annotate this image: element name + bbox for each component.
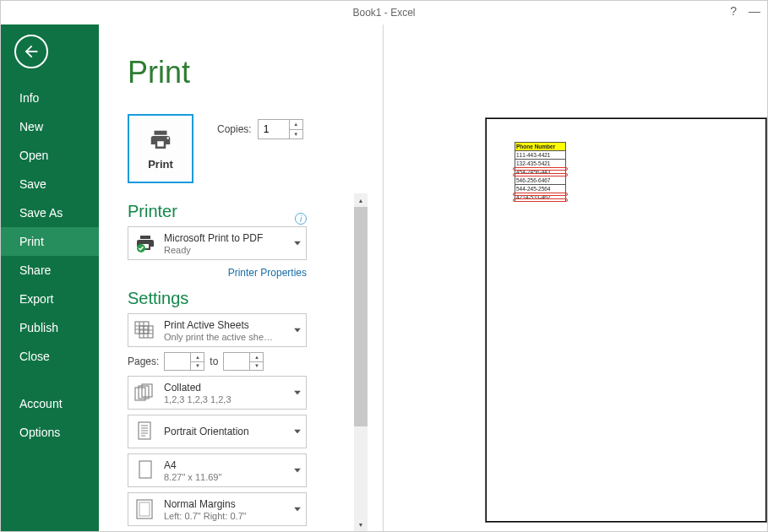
pages-label: Pages: bbox=[128, 356, 159, 367]
collate-primary: Collated bbox=[164, 382, 231, 394]
printer-select[interactable]: Microsoft Print to PDF Ready bbox=[128, 226, 307, 260]
pages-to-label: to bbox=[210, 356, 218, 367]
backstage-sidebar: InfoNewOpenSaveSave AsPrintShareExportPu… bbox=[1, 24, 99, 531]
page-title: Print bbox=[128, 55, 317, 90]
print-button[interactable]: Print bbox=[128, 114, 193, 183]
printer-properties-link[interactable]: Printer Properties bbox=[128, 267, 307, 279]
minimize-icon[interactable]: — bbox=[749, 4, 760, 18]
sidebar-item-new[interactable]: New bbox=[1, 112, 99, 141]
collate-icon bbox=[133, 381, 157, 404]
preview-cell: 454-2456-443 bbox=[515, 168, 566, 176]
paper-select[interactable]: A4 8.27" x 11.69" bbox=[128, 453, 307, 487]
sidebar-item-share[interactable]: Share bbox=[1, 256, 99, 285]
sidebar-item-info[interactable]: Info bbox=[1, 84, 99, 112]
portrait-icon bbox=[133, 420, 157, 443]
print-button-label: Print bbox=[148, 158, 173, 171]
pages-to-input[interactable]: ▲▼ bbox=[223, 352, 264, 371]
copies-up[interactable]: ▲ bbox=[290, 120, 302, 130]
scroll-thumb[interactable] bbox=[354, 207, 368, 426]
printer-heading: Printer bbox=[128, 202, 177, 221]
chevron-down-icon bbox=[294, 328, 301, 333]
help-icon[interactable]: ? bbox=[730, 4, 737, 18]
collate-select[interactable]: Collated 1,2,3 1,2,3 1,2,3 bbox=[128, 376, 307, 410]
preview-cell: 132-435-5421 bbox=[515, 160, 566, 168]
scope-primary: Print Active Sheets bbox=[164, 319, 273, 331]
copies-value: 1 bbox=[264, 123, 270, 135]
down-icon[interactable]: ▼ bbox=[191, 362, 204, 371]
down-icon[interactable]: ▼ bbox=[250, 362, 263, 371]
settings-heading: Settings bbox=[128, 289, 317, 308]
print-scope-select[interactable]: Print Active Sheets Only print the activ… bbox=[128, 313, 307, 347]
collate-secondary: 1,2,3 1,2,3 1,2,3 bbox=[164, 394, 231, 404]
chevron-down-icon bbox=[294, 430, 301, 434]
sidebar-item-options[interactable]: Options bbox=[1, 418, 99, 447]
sidebar-item-save-as[interactable]: Save As bbox=[1, 198, 99, 227]
printer-icon bbox=[146, 128, 175, 153]
orientation-select[interactable]: Portrait Orientation bbox=[128, 415, 307, 448]
scope-secondary: Only print the active she… bbox=[164, 332, 273, 342]
up-icon[interactable]: ▲ bbox=[191, 353, 204, 362]
chevron-down-icon bbox=[294, 469, 301, 473]
sidebar-item-save[interactable]: Save bbox=[1, 170, 99, 198]
copies-down[interactable]: ▼ bbox=[290, 130, 302, 139]
app-title: Book1 - Excel bbox=[352, 7, 415, 19]
svg-rect-2 bbox=[139, 326, 153, 338]
up-icon[interactable]: ▲ bbox=[250, 353, 263, 362]
printer-status-icon bbox=[133, 231, 157, 255]
arrow-left-icon bbox=[22, 42, 41, 61]
chevron-down-icon bbox=[294, 508, 301, 512]
preview-table: Phone Number111-443-4421132-435-5421454-… bbox=[515, 142, 566, 202]
scroll-down-icon[interactable]: ▼ bbox=[354, 518, 368, 531]
sidebar-item-close[interactable]: Close bbox=[1, 342, 99, 371]
title-bar: Book1 - Excel ? — bbox=[1, 1, 767, 24]
sidebar-item-publish[interactable]: Publish bbox=[1, 313, 99, 342]
settings-scrollbar[interactable]: ▲ ▼ bbox=[354, 193, 368, 531]
preview-cell: 544-245-2564 bbox=[515, 185, 566, 193]
margins-icon bbox=[133, 497, 157, 521]
sidebar-item-open[interactable]: Open bbox=[1, 141, 99, 170]
printer-status: Ready bbox=[164, 245, 263, 255]
sidebar-item-print[interactable]: Print bbox=[1, 227, 99, 256]
margins-select[interactable]: Normal Margins Left: 0.7" Right: 0.7" bbox=[128, 492, 307, 526]
copies-label: Copies: bbox=[217, 123, 252, 135]
chevron-down-icon bbox=[294, 242, 301, 246]
pages-from-input[interactable]: ▲▼ bbox=[164, 352, 204, 371]
preview-cell: 546-256-6467 bbox=[515, 176, 566, 185]
printer-info-icon[interactable]: i bbox=[295, 213, 307, 225]
sidebar-item-account[interactable]: Account bbox=[1, 389, 99, 418]
preview-cell: 4214-533-462 bbox=[515, 193, 566, 202]
orientation-primary: Portrait Orientation bbox=[164, 426, 249, 437]
sidebar-item-export[interactable]: Export bbox=[1, 285, 99, 313]
chevron-down-icon bbox=[294, 391, 301, 395]
print-preview: Phone Number111-443-4421132-435-5421454-… bbox=[384, 24, 767, 531]
copies-input[interactable]: 1 ▲ ▼ bbox=[258, 119, 303, 139]
svg-rect-7 bbox=[139, 461, 151, 478]
preview-header-cell: Phone Number bbox=[515, 143, 566, 151]
paper-primary: A4 bbox=[164, 459, 221, 471]
preview-page: Phone Number111-443-4421132-435-5421454-… bbox=[485, 117, 767, 523]
preview-cell: 111-443-4421 bbox=[515, 151, 566, 160]
paper-icon bbox=[133, 459, 157, 482]
svg-rect-9 bbox=[139, 502, 150, 516]
scroll-up-icon[interactable]: ▲ bbox=[354, 193, 368, 207]
back-button[interactable] bbox=[14, 35, 48, 68]
printer-name: Microsoft Print to PDF bbox=[164, 232, 263, 244]
sheets-icon bbox=[133, 318, 157, 342]
svg-rect-1 bbox=[135, 322, 149, 334]
paper-secondary: 8.27" x 11.69" bbox=[164, 472, 221, 482]
margins-secondary: Left: 0.7" Right: 0.7" bbox=[164, 511, 247, 521]
margins-primary: Normal Margins bbox=[164, 498, 247, 510]
